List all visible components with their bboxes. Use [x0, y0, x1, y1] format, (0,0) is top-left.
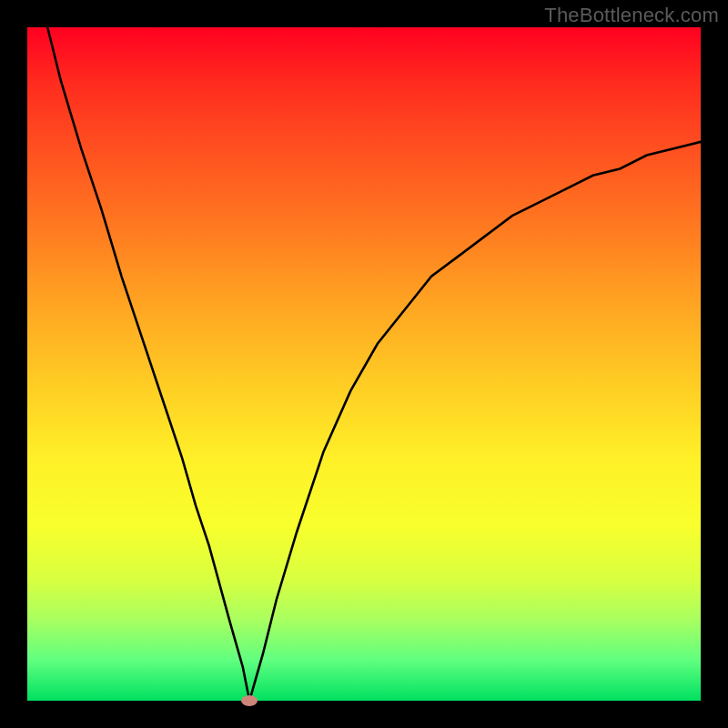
chart-frame: TheBottleneck.com	[0, 0, 728, 728]
minimum-marker	[241, 695, 258, 706]
watermark-text: TheBottleneck.com	[544, 4, 719, 27]
curve-path	[47, 27, 701, 701]
plot-area	[27, 27, 701, 701]
bottleneck-curve	[27, 27, 701, 701]
